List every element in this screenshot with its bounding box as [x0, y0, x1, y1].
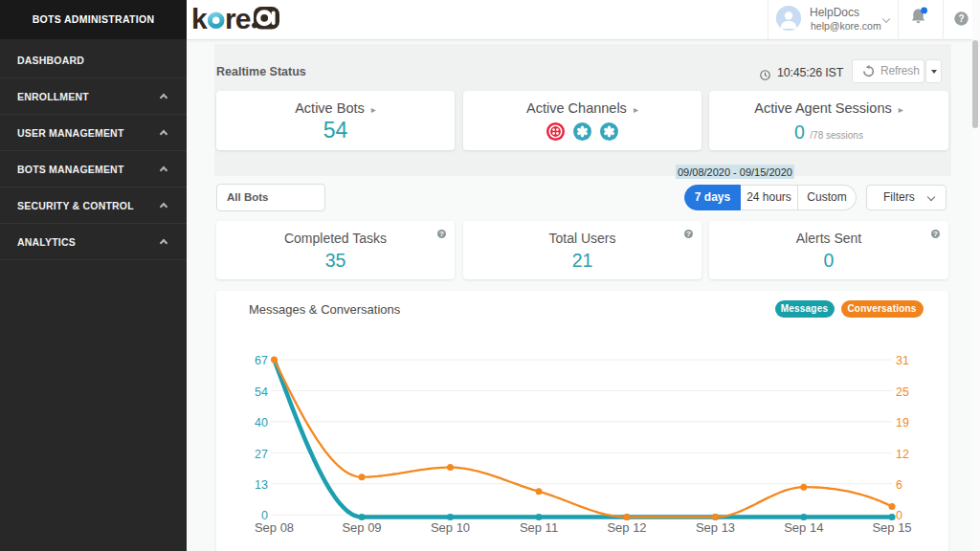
- svg-text:re: re: [225, 4, 251, 34]
- svg-text:12: 12: [896, 448, 909, 461]
- svg-text:Sep 13: Sep 13: [696, 520, 735, 535]
- svg-text:54: 54: [255, 386, 268, 399]
- svg-text:31: 31: [896, 354, 909, 367]
- svg-text:6: 6: [896, 478, 902, 492]
- svg-text:Sep 08: Sep 08: [255, 520, 294, 535]
- svg-text:Sep 12: Sep 12: [607, 520, 646, 535]
- svg-text:40: 40: [255, 416, 268, 430]
- svg-text:Sep 10: Sep 10: [431, 520, 470, 535]
- svg-text:27: 27: [255, 448, 268, 461]
- svg-text:Sep 09: Sep 09: [342, 520, 381, 535]
- svg-text:67: 67: [255, 354, 268, 367]
- svg-text:19: 19: [896, 416, 909, 430]
- svg-text:Sep 14: Sep 14: [784, 520, 823, 535]
- svg-text:Sep 15: Sep 15: [872, 520, 911, 535]
- svg-text:13: 13: [255, 478, 268, 492]
- svg-text:25: 25: [896, 386, 909, 399]
- svg-text:Sep 11: Sep 11: [520, 520, 558, 535]
- svg-text:k: k: [191, 4, 208, 34]
- svg-text:?: ?: [958, 13, 964, 24]
